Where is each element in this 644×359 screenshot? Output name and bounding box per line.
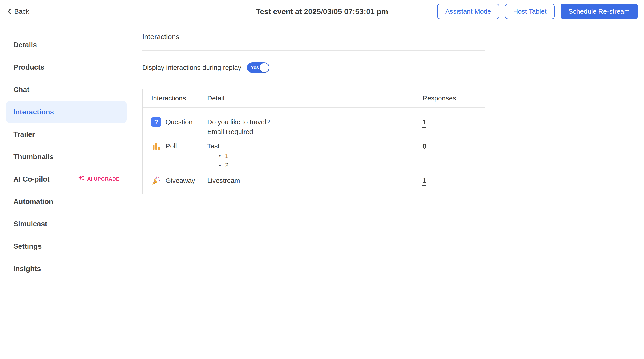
section-divider [142, 50, 485, 51]
question-icon: ? [151, 117, 161, 127]
interactions-table: Interactions Detail Responses ? Question [142, 89, 485, 194]
type-cell: Giveaway [151, 176, 207, 186]
toggle-knob [260, 63, 269, 72]
poll-option-label: 1 [225, 151, 229, 160]
page: Back Test event at 2025/03/05 07:53:01 p… [0, 0, 644, 359]
top-header: Back Test event at 2025/03/05 07:53:01 p… [0, 0, 644, 23]
detail-line: Do you like to travel? [207, 117, 422, 127]
table-body: ? Question Do you like to travel? Email … [143, 108, 485, 194]
sidebar-item-products[interactable]: Products [6, 56, 127, 78]
sidebar-item-automation[interactable]: Automation [6, 190, 127, 212]
sidebar-item-ai-copilot[interactable]: AI Co-pilot AI UPGRADE [6, 168, 127, 190]
table-row-giveaway: Giveaway Livestream 1 [143, 176, 485, 186]
row-type-label: Poll [166, 141, 177, 151]
poll-icon [151, 141, 161, 151]
poll-option: 2 [219, 160, 422, 170]
responses-cell: 0 [422, 141, 478, 170]
row-type-label: Question [166, 117, 192, 127]
poll-options-list: 1 2 [219, 151, 422, 170]
table-header-row: Interactions Detail Responses [143, 89, 485, 108]
responses-cell: 1 [422, 176, 478, 186]
column-header-interactions: Interactions [151, 94, 207, 102]
giveaway-icon [151, 176, 161, 186]
main-content: Interactions Display interactions during… [133, 23, 644, 359]
detail-line: Test [207, 141, 422, 151]
responses-link[interactable]: 1 [422, 176, 426, 186]
replay-toggle-row: Display interactions during replay Yes [142, 62, 485, 73]
sidebar-item-settings[interactable]: Settings [6, 235, 127, 258]
detail-line: Livestream [207, 176, 422, 186]
detail-line: Email Required [207, 127, 422, 137]
responses-cell: 1 [422, 117, 478, 137]
toggle-value-label: Yes [247, 65, 259, 70]
type-cell: Poll [151, 141, 207, 170]
responses-value: 0 [422, 141, 426, 151]
column-header-responses: Responses [422, 94, 478, 102]
sparkles-icon [78, 174, 85, 184]
sidebar-item-simulcast[interactable]: Simulcast [6, 212, 127, 235]
poll-option: 1 [219, 151, 422, 160]
sidebar-item-details[interactable]: Details [6, 34, 127, 56]
sidebar-item-interactions[interactable]: Interactions [6, 101, 127, 123]
type-cell: ? Question [151, 117, 207, 137]
column-header-detail: Detail [207, 94, 422, 102]
detail-cell: Livestream [207, 176, 422, 186]
sidebar-item-label: AI Co-pilot [14, 175, 50, 183]
section-title: Interactions [142, 33, 485, 41]
replay-toggle-label: Display interactions during replay [142, 64, 241, 72]
table-row-poll: Poll Test 1 2 0 [143, 141, 485, 170]
sidebar: Details Products Chat Interactions Trail… [0, 23, 133, 359]
host-tablet-button[interactable]: Host Tablet [505, 4, 555, 19]
sidebar-item-trailer[interactable]: Trailer [6, 123, 127, 146]
ai-upgrade-badge: AI UPGRADE [78, 174, 120, 184]
assistant-mode-button[interactable]: Assistant Mode [437, 4, 499, 19]
sidebar-item-thumbnails[interactable]: Thumbnails [6, 146, 127, 168]
detail-cell: Do you like to travel? Email Required [207, 117, 422, 137]
back-button[interactable]: Back [7, 8, 29, 15]
table-row-question: ? Question Do you like to travel? Email … [143, 117, 485, 137]
replay-toggle[interactable]: Yes [247, 62, 270, 73]
poll-option-label: 2 [225, 160, 229, 170]
header-actions: Assistant Mode Host Tablet Schedule Re-s… [437, 4, 638, 19]
sidebar-item-insights[interactable]: Insights [6, 258, 127, 280]
responses-link[interactable]: 1 [422, 118, 426, 128]
row-type-label: Giveaway [166, 176, 195, 186]
back-label: Back [14, 8, 29, 15]
sidebar-item-chat[interactable]: Chat [6, 78, 127, 101]
schedule-restream-button[interactable]: Schedule Re-stream [560, 4, 638, 19]
ai-upgrade-label: AI UPGRADE [87, 176, 120, 182]
detail-cell: Test 1 2 [207, 141, 422, 170]
page-title: Test event at 2025/03/05 07:53:01 pm [256, 7, 388, 16]
chevron-left-icon [7, 8, 11, 14]
